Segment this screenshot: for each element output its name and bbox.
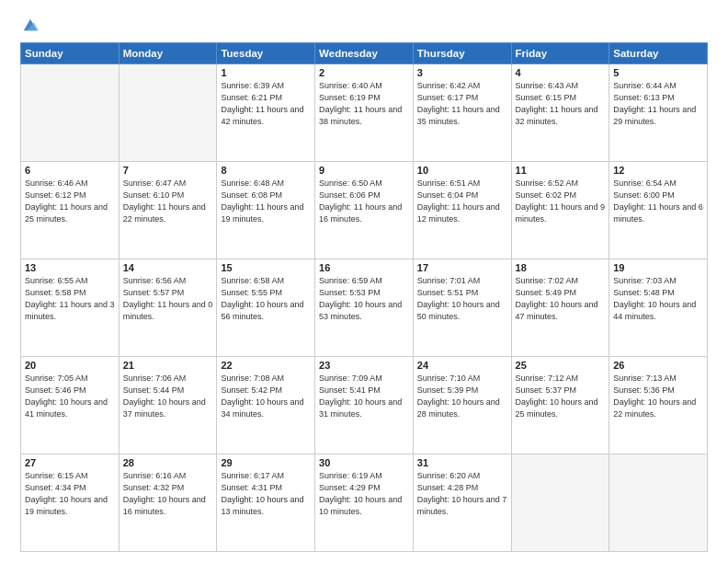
day-detail: Sunrise: 7:02 AMSunset: 5:49 PMDaylight:… bbox=[516, 275, 606, 323]
day-number: 30 bbox=[319, 457, 409, 468]
day-detail: Sunrise: 6:59 AMSunset: 5:53 PMDaylight:… bbox=[319, 275, 409, 323]
day-detail: Sunrise: 7:10 AMSunset: 5:39 PMDaylight:… bbox=[417, 373, 507, 420]
calendar-day-cell: 8Sunrise: 6:48 AMSunset: 6:08 PMDaylight… bbox=[217, 162, 315, 259]
calendar-day-cell: 13Sunrise: 6:55 AMSunset: 5:58 PMDayligh… bbox=[21, 259, 119, 357]
calendar-day-cell: 25Sunrise: 7:12 AMSunset: 5:37 PMDayligh… bbox=[511, 357, 609, 454]
day-detail: Sunrise: 6:52 AMSunset: 6:02 PMDaylight:… bbox=[516, 178, 606, 225]
calendar-day-cell: 9Sunrise: 6:50 AMSunset: 6:06 PMDaylight… bbox=[315, 162, 414, 259]
day-number: 31 bbox=[417, 457, 507, 468]
calendar-day-cell: 11Sunrise: 6:52 AMSunset: 6:02 PMDayligh… bbox=[511, 162, 609, 259]
day-number: 21 bbox=[123, 360, 213, 371]
day-number: 16 bbox=[319, 262, 409, 273]
day-number: 22 bbox=[221, 360, 311, 371]
calendar-day-cell: 4Sunrise: 6:43 AMSunset: 6:15 PMDaylight… bbox=[511, 64, 609, 162]
calendar-day-cell: 14Sunrise: 6:56 AMSunset: 5:57 PMDayligh… bbox=[119, 259, 217, 357]
day-detail: Sunrise: 6:17 AMSunset: 4:31 PMDaylight:… bbox=[221, 470, 311, 518]
day-detail: Sunrise: 6:55 AMSunset: 5:58 PMDaylight:… bbox=[25, 275, 115, 323]
day-detail: Sunrise: 6:58 AMSunset: 5:55 PMDaylight:… bbox=[221, 275, 311, 323]
calendar-week-row: 13Sunrise: 6:55 AMSunset: 5:58 PMDayligh… bbox=[21, 259, 708, 357]
calendar-week-row: 6Sunrise: 6:46 AMSunset: 6:12 PMDaylight… bbox=[21, 162, 708, 259]
calendar-day-cell: 6Sunrise: 6:46 AMSunset: 6:12 PMDaylight… bbox=[21, 162, 119, 259]
calendar-day-cell bbox=[511, 454, 609, 552]
calendar-day-cell: 1Sunrise: 6:39 AMSunset: 6:21 PMDaylight… bbox=[217, 64, 315, 162]
logo bbox=[20, 17, 39, 33]
weekday-header: Saturday bbox=[609, 43, 708, 64]
calendar-week-row: 27Sunrise: 6:15 AMSunset: 4:34 PMDayligh… bbox=[21, 454, 708, 552]
calendar-day-cell: 3Sunrise: 6:42 AMSunset: 6:17 PMDaylight… bbox=[413, 64, 511, 162]
day-detail: Sunrise: 6:16 AMSunset: 4:32 PMDaylight:… bbox=[123, 470, 213, 518]
day-detail: Sunrise: 6:42 AMSunset: 6:17 PMDaylight:… bbox=[417, 80, 507, 128]
weekday-header: Wednesday bbox=[315, 43, 414, 64]
day-detail: Sunrise: 7:12 AMSunset: 5:37 PMDaylight:… bbox=[516, 373, 606, 420]
day-number: 7 bbox=[123, 165, 213, 176]
day-number: 15 bbox=[221, 262, 311, 273]
day-detail: Sunrise: 6:40 AMSunset: 6:19 PMDaylight:… bbox=[319, 80, 409, 128]
calendar-day-cell: 22Sunrise: 7:08 AMSunset: 5:42 PMDayligh… bbox=[217, 357, 315, 454]
calendar-day-cell: 27Sunrise: 6:15 AMSunset: 4:34 PMDayligh… bbox=[21, 454, 119, 552]
day-detail: Sunrise: 6:20 AMSunset: 4:28 PMDaylight:… bbox=[417, 470, 507, 518]
day-number: 18 bbox=[516, 262, 606, 273]
calendar-header-row: SundayMondayTuesdayWednesdayThursdayFrid… bbox=[21, 43, 708, 64]
day-detail: Sunrise: 6:50 AMSunset: 6:06 PMDaylight:… bbox=[319, 178, 409, 225]
day-number: 8 bbox=[221, 165, 311, 176]
day-number: 10 bbox=[417, 165, 507, 176]
calendar-day-cell: 19Sunrise: 7:03 AMSunset: 5:48 PMDayligh… bbox=[609, 259, 708, 357]
day-detail: Sunrise: 7:05 AMSunset: 5:46 PMDaylight:… bbox=[25, 373, 115, 420]
calendar-day-cell bbox=[21, 64, 119, 162]
day-number: 29 bbox=[221, 457, 311, 468]
calendar-day-cell: 16Sunrise: 6:59 AMSunset: 5:53 PMDayligh… bbox=[315, 259, 414, 357]
day-number: 14 bbox=[123, 262, 213, 273]
day-detail: Sunrise: 7:01 AMSunset: 5:51 PMDaylight:… bbox=[417, 275, 507, 323]
weekday-header: Monday bbox=[119, 43, 217, 64]
day-number: 25 bbox=[516, 360, 606, 371]
logo-icon bbox=[22, 17, 39, 33]
calendar-day-cell: 15Sunrise: 6:58 AMSunset: 5:55 PMDayligh… bbox=[217, 259, 315, 357]
day-detail: Sunrise: 7:03 AMSunset: 5:48 PMDaylight:… bbox=[613, 275, 703, 323]
day-detail: Sunrise: 6:47 AMSunset: 6:10 PMDaylight:… bbox=[123, 178, 213, 225]
day-number: 17 bbox=[417, 262, 507, 273]
calendar-day-cell: 29Sunrise: 6:17 AMSunset: 4:31 PMDayligh… bbox=[217, 454, 315, 552]
header bbox=[20, 17, 708, 33]
day-detail: Sunrise: 6:51 AMSunset: 6:04 PMDaylight:… bbox=[417, 178, 507, 225]
calendar-day-cell: 17Sunrise: 7:01 AMSunset: 5:51 PMDayligh… bbox=[413, 259, 511, 357]
day-number: 6 bbox=[25, 165, 115, 176]
day-detail: Sunrise: 6:46 AMSunset: 6:12 PMDaylight:… bbox=[25, 178, 115, 225]
day-number: 19 bbox=[613, 262, 703, 273]
calendar-day-cell: 21Sunrise: 7:06 AMSunset: 5:44 PMDayligh… bbox=[119, 357, 217, 454]
day-number: 4 bbox=[516, 67, 606, 78]
calendar-day-cell: 26Sunrise: 7:13 AMSunset: 5:36 PMDayligh… bbox=[609, 357, 708, 454]
day-number: 9 bbox=[319, 165, 409, 176]
day-detail: Sunrise: 6:19 AMSunset: 4:29 PMDaylight:… bbox=[319, 470, 409, 518]
page: SundayMondayTuesdayWednesdayThursdayFrid… bbox=[0, 0, 728, 563]
day-number: 28 bbox=[123, 457, 213, 468]
calendar-day-cell: 31Sunrise: 6:20 AMSunset: 4:28 PMDayligh… bbox=[413, 454, 511, 552]
day-number: 11 bbox=[516, 165, 606, 176]
day-detail: Sunrise: 6:56 AMSunset: 5:57 PMDaylight:… bbox=[123, 275, 213, 323]
weekday-header: Tuesday bbox=[217, 43, 315, 64]
day-detail: Sunrise: 7:06 AMSunset: 5:44 PMDaylight:… bbox=[123, 373, 213, 420]
day-number: 3 bbox=[417, 67, 507, 78]
day-detail: Sunrise: 7:13 AMSunset: 5:36 PMDaylight:… bbox=[613, 373, 703, 420]
calendar-table: SundayMondayTuesdayWednesdayThursdayFrid… bbox=[20, 42, 708, 552]
calendar-day-cell: 20Sunrise: 7:05 AMSunset: 5:46 PMDayligh… bbox=[21, 357, 119, 454]
calendar-day-cell: 7Sunrise: 6:47 AMSunset: 6:10 PMDaylight… bbox=[119, 162, 217, 259]
day-number: 2 bbox=[319, 67, 409, 78]
day-detail: Sunrise: 6:44 AMSunset: 6:13 PMDaylight:… bbox=[613, 80, 703, 128]
day-number: 24 bbox=[417, 360, 507, 371]
day-detail: Sunrise: 6:48 AMSunset: 6:08 PMDaylight:… bbox=[221, 178, 311, 225]
calendar-day-cell: 2Sunrise: 6:40 AMSunset: 6:19 PMDaylight… bbox=[315, 64, 414, 162]
day-detail: Sunrise: 7:09 AMSunset: 5:41 PMDaylight:… bbox=[319, 373, 409, 420]
day-detail: Sunrise: 6:39 AMSunset: 6:21 PMDaylight:… bbox=[221, 80, 311, 128]
day-number: 27 bbox=[25, 457, 115, 468]
calendar-day-cell bbox=[609, 454, 708, 552]
calendar-week-row: 20Sunrise: 7:05 AMSunset: 5:46 PMDayligh… bbox=[21, 357, 708, 454]
day-detail: Sunrise: 6:54 AMSunset: 6:00 PMDaylight:… bbox=[613, 178, 703, 225]
day-number: 5 bbox=[613, 67, 703, 78]
day-detail: Sunrise: 7:08 AMSunset: 5:42 PMDaylight:… bbox=[221, 373, 311, 420]
day-number: 12 bbox=[613, 165, 703, 176]
calendar-day-cell: 30Sunrise: 6:19 AMSunset: 4:29 PMDayligh… bbox=[315, 454, 414, 552]
calendar-day-cell bbox=[119, 64, 217, 162]
day-number: 23 bbox=[319, 360, 409, 371]
day-number: 26 bbox=[613, 360, 703, 371]
day-number: 1 bbox=[221, 67, 311, 78]
